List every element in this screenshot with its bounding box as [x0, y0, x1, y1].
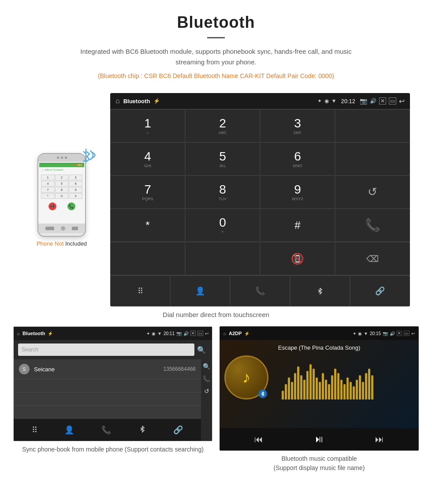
- phone-end-call-btn[interactable]: 📵: [48, 202, 56, 210]
- phone-call-btn[interactable]: 📞: [67, 202, 75, 210]
- music-bt-icon: ✦: [353, 331, 356, 336]
- pb-right-search-icon[interactable]: 🔍: [203, 363, 210, 370]
- phonebook-caption: Sync phone-book from mobile phone (Suppo…: [13, 445, 212, 454]
- visualizer-bar: [297, 366, 299, 399]
- dialer-key-empty-1: [335, 109, 410, 142]
- dialer-key-redial[interactable]: ↺: [335, 175, 410, 209]
- phone-screen: ●●● ＋Add to Contacts 123 456 789 *0# 📵: [38, 162, 85, 224]
- dialer-key-8[interactable]: 8 TUV: [185, 175, 260, 209]
- music-song-title: Escape (The Pina Colada Song): [224, 344, 414, 351]
- visualizer-bar: [337, 373, 339, 399]
- music-prev-icon[interactable]: ⏮: [254, 434, 263, 444]
- visualizer-bar: [309, 364, 312, 399]
- pb-right-phone-icon[interactable]: 📞: [203, 375, 210, 382]
- visualizer-bar: [328, 384, 330, 399]
- music-album-art-wrapper: ♪: [224, 355, 414, 399]
- visualizer-bar: [294, 373, 296, 399]
- dialer-key-hash[interactable]: #: [260, 209, 335, 242]
- dialer-key-5[interactable]: 5 JKL: [185, 142, 260, 175]
- music-loc-icon: ◉: [358, 331, 362, 336]
- pb-search-icon[interactable]: 🔍: [197, 346, 206, 354]
- pb-back-icon: ↩: [205, 331, 209, 336]
- music-body: Escape (The Pina Colada Song) ♪: [220, 340, 418, 428]
- phone-not-included-label: Phone Not Included: [37, 240, 87, 247]
- volume-icon: 🔊: [370, 98, 376, 104]
- pb-vol-icon: 🔊: [183, 331, 189, 336]
- music-signal-icon: ▼: [364, 331, 368, 336]
- music-album-art: ♪: [224, 355, 268, 399]
- window-icon: ▭: [389, 97, 396, 105]
- music-app-label: A2DP: [229, 331, 242, 336]
- dialer-bottom-bluetooth-icon[interactable]: [290, 276, 350, 306]
- visualizer-bar: [300, 375, 302, 399]
- dialer-key-star[interactable]: *: [110, 209, 185, 242]
- bt-info-text: (Bluetooth chip : CSR BC6 Default Blueto…: [79, 71, 353, 81]
- pb-bb-phone-icon[interactable]: 📞: [101, 425, 111, 435]
- header-divider: [207, 37, 225, 38]
- dialer-key-end[interactable]: 📵: [260, 242, 335, 275]
- signal-icon: ▼: [331, 98, 337, 104]
- visualizer-bar: [343, 384, 346, 399]
- pb-right-redial-icon[interactable]: ↺: [204, 388, 209, 395]
- pb-cam-icon: 📷: [176, 331, 182, 336]
- music-back-icon: ↩: [411, 331, 415, 336]
- bluetooth-wifi-icon: [77, 144, 99, 169]
- pb-bb-bt-icon[interactable]: [138, 425, 146, 435]
- dialer-bottom-keypad-icon[interactable]: ⠿: [110, 276, 170, 306]
- music-play-pause-icon[interactable]: ⏯: [314, 433, 324, 445]
- visualizer-bar: [316, 377, 318, 399]
- pb-empty-row-1: [14, 379, 201, 392]
- music-next-icon[interactable]: ⏭: [375, 434, 384, 444]
- dialer-key-4[interactable]: 4 GHI: [110, 142, 185, 175]
- pb-contact-avatar: S: [19, 364, 30, 374]
- visualizer-bar: [306, 371, 309, 399]
- top-section: MOTO ●●● ＋Add to Contacts 123 456 789 *0…: [13, 93, 419, 306]
- pb-search-input[interactable]: Search: [18, 343, 194, 356]
- location-icon: ◉: [324, 98, 329, 104]
- visualizer-bar: [368, 369, 370, 399]
- dialer-usb-icon: ⚡: [153, 98, 160, 104]
- phone-bottom-bar: [38, 224, 85, 233]
- music-status-bar: ⌂ A2DP ⚡ ✦ ◉ ▼ 20:15 📷 🔊 ✕ ▭ ↩: [220, 327, 418, 340]
- music-cam-icon: 📷: [383, 331, 388, 336]
- pb-right-icons: 🔍 📞 ↺: [201, 359, 212, 441]
- camera-icon: 📷: [360, 97, 367, 105]
- dialer-key-9[interactable]: 9 WXYZ: [260, 175, 335, 209]
- music-usb-icon: ⚡: [244, 331, 250, 336]
- music-close-icon: ✕: [397, 331, 402, 336]
- visualizer-bar: [313, 369, 315, 399]
- dialer-key-backspace[interactable]: ⌫: [335, 242, 410, 275]
- music-win-icon: ▭: [404, 331, 410, 336]
- dialer-key-6[interactable]: 6 MNO: [260, 142, 335, 175]
- page-header: Bluetooth Integrated with BC6 Bluetooth …: [0, 0, 432, 89]
- pb-bottom-bar: ⠿ 👤 📞 🔗: [14, 419, 201, 441]
- description-text: Integrated with BC6 Bluetooth module, su…: [79, 46, 353, 67]
- pb-bb-link-icon[interactable]: 🔗: [173, 425, 183, 435]
- pb-contact-row[interactable]: S Seicane 13566664466: [14, 359, 201, 379]
- dialer-key-1[interactable]: 1 ⌂: [110, 109, 185, 142]
- dialer-key-0[interactable]: 0 +: [185, 209, 260, 242]
- back-icon: ↩: [399, 97, 405, 105]
- pb-contacts: S Seicane 13566664466: [14, 359, 201, 419]
- pb-bt-icon: ✦: [146, 331, 150, 336]
- visualizer-bar: [325, 380, 327, 399]
- svg-marker-0: [86, 149, 89, 162]
- dialer-key-3[interactable]: 3 DEF: [260, 109, 335, 142]
- dialer-key-2[interactable]: 2 ABC: [185, 109, 260, 142]
- page-title: Bluetooth: [9, 13, 423, 32]
- pb-contact-number: 13566664466: [164, 366, 196, 372]
- dialer-bottom-link-icon[interactable]: 🔗: [350, 276, 410, 306]
- pb-home-icon: ⌂: [17, 331, 20, 336]
- bt-status-icon: ✦: [317, 98, 322, 104]
- dialer-key-7[interactable]: 7 PQRS: [110, 175, 185, 209]
- pb-contact-list: S Seicane 13566664466 ⠿ �: [14, 359, 201, 441]
- dialer-caption: Dial number direct from touchscreen: [13, 311, 419, 318]
- dialer-key-call[interactable]: 📞: [335, 209, 410, 242]
- pb-time: 20:11: [164, 331, 175, 336]
- pb-close-icon: ✕: [190, 331, 196, 336]
- pb-bb-person-icon[interactable]: 👤: [64, 425, 74, 435]
- pb-status-bar: ⌂ Bluetooth ⚡ ✦ ◉ ▼ 20:11 📷 🔊 ✕ ▭ ↩: [14, 327, 212, 340]
- dialer-bottom-phone-icon[interactable]: 📞: [230, 276, 290, 306]
- pb-bb-keypad-icon[interactable]: ⠿: [32, 425, 37, 435]
- dialer-bottom-contacts-icon[interactable]: 👤: [170, 276, 230, 306]
